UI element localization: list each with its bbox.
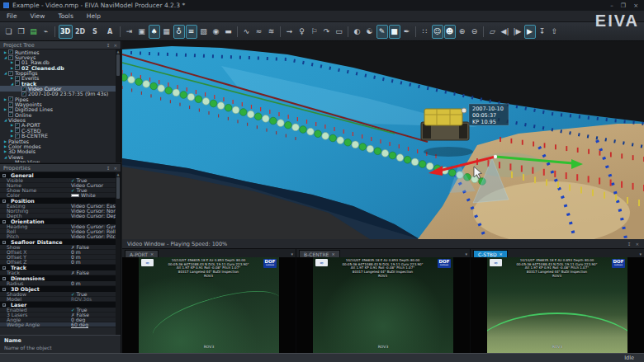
shield-overlay-button[interactable]: ♠ [149,25,160,39]
waypoint-pin-button[interactable]: ♀ [296,25,308,39]
close-icon[interactable]: × [113,166,117,171]
collapsed-arrow-icon[interactable]: ▶ [2,149,8,153]
profile-wave-2-button[interactable]: ≈ [253,25,265,39]
scatter-points-button[interactable]: ∷ [419,25,431,39]
profile-wave-3-button[interactable]: ≋ [266,25,277,39]
snapshot-camera-button[interactable]: ◉ [211,25,222,39]
collapse-box-icon[interactable]: − [2,220,6,223]
new-document-button[interactable]: ❏ [3,25,15,39]
play-button[interactable]: ▶ [524,25,536,39]
close-icon[interactable]: × [635,242,639,247]
collapsed-arrow-icon[interactable]: ▶ [9,60,15,64]
collapsed-arrow-icon[interactable]: ▶ [2,97,8,101]
import-up-button[interactable]: ⇧ [549,25,561,39]
property-section-position[interactable]: −Position [0,198,116,204]
profile-wave-1-button[interactable]: ∿ [241,25,253,39]
video-clapper-button[interactable]: ▱ [487,25,499,39]
waypoint-flag-button[interactable]: ⚐ [309,25,320,39]
open-project-button[interactable]: ❒ [16,25,27,39]
collapsed-arrow-icon[interactable]: ▶ [9,76,15,80]
connect-button[interactable]: ⌁ [40,25,52,39]
property-value[interactable]: 0 m [71,259,81,265]
contrast-button[interactable]: ◐ [352,25,363,39]
square-tool-button[interactable]: ■ [389,25,400,39]
property-value[interactable]: Video Cursor: Depth [71,213,116,219]
collapsed-arrow-icon[interactable]: ▶ [2,144,8,148]
view-3d-button[interactable]: 3D [59,25,73,39]
chevron-down-icon[interactable]: ▾ [465,252,467,256]
palette-button[interactable]: ☯ [364,25,376,39]
tab-close-icon[interactable]: × [150,252,154,256]
video-tab-b-centre[interactable]: B-CENTRE× [299,250,340,257]
collapse-box-icon[interactable]: − [2,288,6,291]
collapsed-arrow-icon[interactable]: ▶ [9,129,15,133]
close-icon[interactable]: × [113,43,117,48]
property-section-laser[interactable]: −Laser [0,302,116,308]
expanded-arrow-icon[interactable]: ◢ [9,82,15,86]
property-value[interactable]: Video Cursor: Pitch [71,233,116,239]
rectangle-select-button[interactable]: ▭ [334,25,345,39]
ruler-button[interactable]: ▬ [223,25,234,39]
chevron-down-icon[interactable]: ▾ [291,252,293,256]
menu-file[interactable]: File [0,11,24,21]
video-feed-b-centre[interactable]: ≈10/10/07 456835.18 E Az 0.853 Depth 80.… [313,257,453,353]
video-tab-a-port[interactable]: A-PORT× [125,250,159,257]
property-row-wedge-angle[interactable]: Wedge Angle60 deg [0,322,116,327]
view-2d-button[interactable]: 2D [73,25,88,39]
checkbox[interactable] [15,60,20,65]
property-section-track[interactable]: −Track [0,265,116,270]
collapse-box-icon[interactable]: − [2,266,6,270]
chevron-down-icon[interactable]: ▾ [639,252,642,256]
menu-help[interactable]: Help [80,11,107,21]
tab-close-icon[interactable]: × [331,252,334,256]
collapsed-arrow-icon[interactable]: ▶ [2,139,8,143]
checkbox[interactable]: ✓ [8,96,13,101]
image-view-button[interactable]: ▧ [198,25,210,39]
property-value[interactable]: 0 m [71,280,81,286]
checkbox[interactable]: ✓ [15,76,20,81]
property-value[interactable]: ✗False [71,270,89,275]
point-remove-button[interactable]: ⊖ [469,25,481,39]
sphere-track-2-button[interactable]: ☻ [444,25,456,39]
menu-view[interactable]: View [24,11,52,21]
menu-tools[interactable]: Tools [51,11,79,21]
checkbox[interactable]: ✓ [8,71,13,76]
video-feed-a-port[interactable]: ≈10/10/07 456835.18 E Az 0.853 Depth 80.… [139,257,279,353]
checkbox[interactable]: ✓ [21,87,26,92]
collapsed-arrow-icon[interactable]: ▶ [9,123,15,127]
route-path-button[interactable]: ⇝ [284,25,296,39]
collapse-box-icon[interactable]: − [2,174,6,177]
pin-icon[interactable]: ↧ [107,166,111,171]
property-value[interactable]: White [71,192,96,198]
property-section-general[interactable]: −General [0,172,116,178]
sphere-track-button[interactable]: ☺ [432,25,443,39]
checkbox[interactable]: ✓ [15,128,20,133]
property-value[interactable]: 60 deg [71,322,88,328]
export-down-button[interactable]: ↧ [537,25,548,39]
tree-scrollbar[interactable]: ▲ [116,49,121,162]
collapse-box-icon[interactable]: − [2,200,6,203]
collapsed-arrow-icon[interactable]: ▶ [9,66,15,70]
annotate-text-button[interactable]: A [103,25,117,39]
expanded-arrow-icon[interactable]: ◢ [2,55,8,59]
save-button[interactable]: ▤ [28,25,40,39]
maximize-button[interactable]: ❐ [621,2,626,9]
checkbox[interactable]: ✓ [8,102,13,107]
color-picker-button[interactable]: ✒ [401,25,413,39]
expanded-arrow-icon[interactable]: ◢ [2,71,8,75]
collapsed-arrow-icon[interactable]: ▶ [2,50,8,54]
point-add-button[interactable]: ⊕ [457,25,468,39]
tab-close-icon[interactable]: × [500,252,503,256]
minimize-button[interactable]: – [610,2,613,9]
step-back-button[interactable]: ◀| [500,25,511,39]
bounding-box-button[interactable]: ▣ [136,25,148,39]
collapsed-arrow-icon[interactable]: ▶ [2,107,8,111]
world-map-button[interactable]: ♁ [173,25,185,39]
import-view-button[interactable]: ⇥ [124,25,135,39]
video-feed-c-stbd[interactable]: ≈10/10/07 456835.18 E Az 0.853 Depth 80.… [487,257,627,353]
curve-tool-button[interactable]: ↷ [321,25,333,39]
grid-button[interactable]: ▦ [161,25,173,39]
collapse-box-icon[interactable]: − [2,303,6,307]
layer-lines-button[interactable]: ≡ [186,25,197,39]
view-s-button[interactable]: S [88,25,102,39]
